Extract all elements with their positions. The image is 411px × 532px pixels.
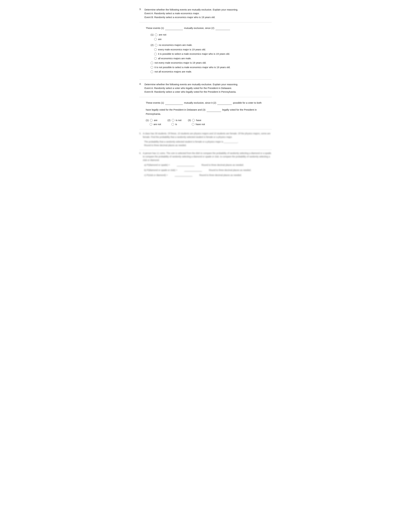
q3-option-2a-label: no economics majors are male. bbox=[159, 43, 192, 47]
q3-option-2c-label: it is possible to select a male economic… bbox=[158, 52, 230, 56]
q3-radio-2f[interactable] bbox=[151, 66, 153, 69]
q4-option-3a-label: have bbox=[196, 119, 201, 122]
q4-blank-2 bbox=[217, 102, 232, 105]
q4-radio-2b[interactable] bbox=[172, 123, 174, 126]
q4-option-1a-label: are bbox=[154, 119, 157, 122]
q6-part-c-note: Round to three decimal places as needed. bbox=[199, 173, 242, 177]
q4-radio-3a[interactable] bbox=[192, 119, 195, 122]
q3-radio-1b[interactable] bbox=[154, 38, 157, 40]
q4-fill-line2: have legally voted for the President in … bbox=[146, 108, 272, 116]
q4-radio-1a[interactable] bbox=[150, 119, 153, 122]
q4-option-1b-row: are not bbox=[146, 123, 161, 126]
q3-radio-2b[interactable] bbox=[154, 48, 157, 51]
q3-option-2b-label: every male economics major is 19 years o… bbox=[158, 48, 206, 51]
q4-fill-end: possible for a voter to both bbox=[233, 101, 261, 104]
q3-option-2f-label: it is not possible to select a male econ… bbox=[154, 66, 230, 69]
q4-part1-col: (1) are are not bbox=[146, 119, 161, 126]
q4-inline-radio-row: (1) are are not (2) is not is bbox=[146, 119, 272, 126]
q4-radio-3b[interactable] bbox=[192, 123, 194, 126]
q6-part-b: b) P(diamond or spade or club) = Round t… bbox=[144, 169, 272, 172]
q6-part-a-label: a) P(diamond or spade) = bbox=[144, 163, 170, 167]
q4-option-3b-label: have not bbox=[196, 123, 205, 126]
q4-fill-mid: mutually exclusive, since it (2) bbox=[184, 101, 217, 104]
q4-prompt: Determine whether the following events a… bbox=[144, 83, 238, 94]
q6-blank-c bbox=[175, 173, 192, 176]
q4-part2-label: (2) bbox=[168, 119, 171, 122]
q3-answer-section: These events (1) mutually exclusive, sin… bbox=[139, 22, 272, 79]
q4-option-2a-label: is not bbox=[176, 119, 182, 122]
q3-option-2e-label: not every male economics major is 19 yea… bbox=[154, 61, 206, 65]
q3-option-2d-label: all economics majors are male. bbox=[158, 57, 191, 60]
q3-option-1b-label: are bbox=[158, 38, 162, 41]
q4-blank-3 bbox=[207, 109, 221, 112]
question-4: 4. Determine whether the following event… bbox=[139, 80, 272, 129]
q4-option-3b-row: have not bbox=[188, 123, 205, 126]
q3-radio-2e[interactable] bbox=[151, 62, 153, 64]
q4-part1-label: (1) bbox=[146, 119, 149, 122]
question-6-blurred: 6. A person has 11 coins. The coin is se… bbox=[139, 150, 272, 180]
q4-part2-col: (2) is not is bbox=[168, 119, 182, 126]
q4-number: 4. bbox=[139, 83, 143, 94]
q4-fill2-prefix: have legally voted for the President in … bbox=[146, 108, 206, 111]
q4-option-2b-label: is bbox=[175, 123, 177, 126]
question-3: 3. Determine whether the following event… bbox=[139, 5, 272, 79]
q6-part-c-label: c) P(club or diamond) = bbox=[144, 173, 168, 177]
q4-blank-1 bbox=[165, 102, 183, 105]
q3-number: 3. bbox=[139, 8, 143, 19]
q4-prompt-line2: Event A: Randomly select a voter who leg… bbox=[144, 86, 238, 90]
q3-option-2f-row: it is not possible to select a male econ… bbox=[146, 66, 272, 69]
q6-part-a: a) P(diamond or spade) = Round to three … bbox=[144, 163, 272, 167]
q3-option-2d-row: all economics majors are male. bbox=[146, 57, 272, 60]
q6-part-b-label: b) P(diamond or spade or club) = bbox=[144, 169, 177, 172]
q3-prompt-line3: Event B: Randomly select a economics maj… bbox=[144, 15, 238, 19]
q3-blank-1 bbox=[165, 27, 183, 30]
q3-option-2e-row: not every male economics major is 19 yea… bbox=[146, 61, 272, 65]
q3-fill-prefix: These events (1) bbox=[146, 27, 165, 29]
q3-option-2c-row: it is possible to select a male economic… bbox=[146, 52, 272, 56]
q3-radio-2g[interactable] bbox=[151, 71, 153, 73]
q6-text1: A person has 11 coins. The coin is selec… bbox=[143, 152, 272, 162]
q5-answer-line: The probability that a randomly selected… bbox=[139, 140, 272, 147]
question-5-blurred: 5. A class has 30 students. Of these, 10… bbox=[139, 129, 272, 150]
q3-part1-label-row: (1) are not bbox=[146, 33, 272, 37]
q6-part-a-note: Round to three decimal places as needed. bbox=[201, 163, 244, 167]
q3-radio-2a[interactable] bbox=[155, 44, 157, 47]
q3-fill-mid: mutually exclusive, since (2) bbox=[184, 27, 215, 29]
q5-text2: The probability that a randomly selected… bbox=[144, 140, 272, 144]
q4-radio-2a[interactable] bbox=[172, 119, 174, 122]
q4-prompt-line3: Event B: Randomly select a voter who leg… bbox=[144, 90, 238, 94]
q3-prompt-line2: Event A: Randomly select a male economic… bbox=[144, 11, 238, 15]
q3-option-1b-row: are bbox=[146, 38, 272, 41]
q3-part2-label: (2) bbox=[151, 43, 153, 47]
q3-part2-group: (2) no economics majors are male. every … bbox=[146, 43, 272, 74]
q6-part-b-note: Round to three decimal places as needed. bbox=[209, 169, 251, 172]
q3-part2-label-row: (2) no economics majors are male. bbox=[146, 43, 272, 47]
q3-radio-1a[interactable] bbox=[155, 34, 157, 36]
q6-parts: a) P(diamond or spade) = Round to three … bbox=[139, 163, 272, 177]
q4-answer-section: These events (1) mutually exclusive, sin… bbox=[139, 97, 272, 129]
q3-option-2g-row: not all economics majors are male. bbox=[146, 70, 272, 74]
q3-option-1a-label: are not bbox=[159, 33, 166, 37]
q4-radio-1b[interactable] bbox=[150, 123, 152, 126]
q4-option-1b-label: are not bbox=[153, 123, 161, 126]
q4-fill-prefix: These events (1) bbox=[146, 101, 165, 104]
q6-blank-b bbox=[184, 169, 202, 171]
q4-option-2b-row: is bbox=[168, 123, 182, 126]
q3-radio-2d[interactable] bbox=[154, 57, 157, 60]
q4-part3-label: (3) bbox=[188, 119, 191, 122]
q6-blank-a bbox=[177, 163, 194, 166]
q5-number: 5. bbox=[139, 132, 141, 139]
q3-part1-group: (1) are not are bbox=[146, 33, 272, 41]
q3-part1-label: (1) bbox=[151, 33, 153, 37]
q4-prompt-line1: Determine whether the following events a… bbox=[144, 83, 238, 86]
q6-part-c: c) P(club or diamond) = Round to three d… bbox=[144, 173, 272, 177]
q3-option-2b-row: every male economics major is 19 years o… bbox=[146, 48, 272, 51]
q3-option-2g-label: not all economics majors are male. bbox=[154, 70, 192, 74]
q4-part3-col: (3) have have not bbox=[188, 119, 205, 126]
q5-text3: Round to three decimal places as needed. bbox=[144, 144, 272, 147]
q3-prompt: Determine whether the following events a… bbox=[144, 8, 238, 19]
q3-radio-2c[interactable] bbox=[154, 53, 157, 55]
q4-fill-line1: These events (1) mutually exclusive, sin… bbox=[146, 101, 272, 105]
q3-blank-2 bbox=[216, 27, 230, 30]
q6-number: 6. bbox=[139, 152, 141, 162]
